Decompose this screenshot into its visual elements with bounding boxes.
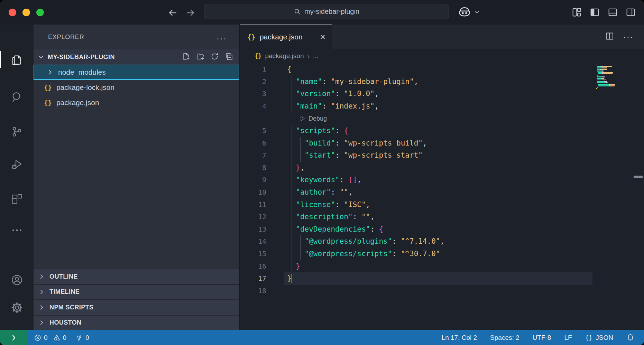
chevron-right-icon [38, 319, 45, 326]
line-number: 9 [240, 174, 266, 186]
codelens-row: Debug [240, 112, 644, 125]
new-file-icon[interactable] [182, 52, 191, 62]
tree-item-label: package-lock.json [56, 83, 114, 92]
section-label: HOUSTON [49, 319, 81, 326]
macos-close-button[interactable] [9, 9, 16, 16]
chevron-right-icon [38, 288, 45, 296]
macos-minimize-button[interactable] [22, 9, 30, 16]
macos-zoom-button[interactable] [36, 9, 44, 16]
line-number: 7 [240, 149, 266, 162]
notifications-bell-icon[interactable] [626, 333, 634, 343]
vscode-window: my-sidebar-plugin [0, 0, 644, 345]
line-number: 6 [240, 137, 266, 150]
chevron-down-icon[interactable] [473, 8, 481, 16]
navigate-forward-button[interactable] [185, 8, 196, 18]
toggle-panel-icon[interactable] [608, 7, 618, 19]
split-editor-icon[interactable] [605, 31, 614, 42]
tree-item-package-lock.json[interactable]: {}package-lock.json [34, 80, 239, 95]
line-number: 17 [240, 272, 266, 285]
extensions-icon [11, 193, 23, 205]
refresh-icon[interactable] [210, 52, 219, 62]
navigate-back-button[interactable] [167, 8, 178, 18]
overview-ruler-cursor [634, 176, 643, 178]
activity-more[interactable] [0, 221, 34, 239]
status-language[interactable]: {} JSON [585, 334, 613, 342]
new-folder-icon[interactable] [196, 52, 205, 62]
breadcrumb[interactable]: {} package.json › ... [240, 49, 644, 63]
section-npm-scripts[interactable]: NPM SCRIPTS [34, 299, 239, 315]
activity-run-debug[interactable] [0, 156, 34, 174]
code-line-7: 7"start": "wp-scripts start" [240, 149, 644, 162]
json-file-icon: {} [44, 84, 52, 91]
copilot-icon[interactable] [458, 6, 471, 19]
problems-indicator[interactable]: 0 0 [34, 334, 66, 342]
title-bar: my-sidebar-plugin [0, 0, 644, 25]
activity-settings[interactable] [0, 299, 34, 317]
line-number: 2 [240, 76, 266, 88]
status-encoding[interactable]: UTF-8 [533, 334, 551, 342]
status-indentation[interactable]: Spaces: 2 [490, 334, 519, 342]
code-line-3: 3"version": "1.0.0", [240, 88, 644, 100]
remote-icon [9, 334, 18, 342]
section-timeline[interactable]: TIMELINE [34, 284, 239, 300]
tab-bar: {} package.json × ··· [240, 25, 644, 49]
json-file-icon: {} [44, 99, 52, 106]
code-line-14: 14"@wordpress/plugins": "^7.14.0", [240, 235, 644, 248]
chevron-down-icon [37, 53, 45, 61]
code-line-5: 5"scripts": { [240, 125, 644, 137]
minimap[interactable] [596, 64, 621, 91]
toggle-primary-sidebar-icon[interactable] [590, 7, 600, 19]
error-count: 0 [44, 334, 48, 342]
files-icon [11, 53, 23, 66]
line-number: 1 [240, 63, 266, 76]
activity-search[interactable] [0, 88, 34, 106]
section-houston[interactable]: HOUSTON [34, 315, 239, 330]
codelens-debug-link[interactable]: Debug [299, 112, 327, 125]
warning-icon [53, 334, 61, 342]
code-line-10: 10"author": "", [240, 186, 644, 199]
customize-layout-icon[interactable] [572, 7, 582, 19]
activity-source-control[interactable] [0, 123, 34, 141]
search-icon [11, 91, 23, 103]
line-number: 13 [240, 223, 266, 236]
explorer-more-actions[interactable]: ··· [217, 34, 227, 43]
error-icon [34, 334, 42, 342]
breadcrumb-file[interactable]: package.json [265, 52, 304, 60]
tab-package-json[interactable]: {} package.json × [240, 25, 332, 49]
gear-icon [11, 301, 23, 314]
status-cursor-position[interactable]: Ln 17, Col 2 [442, 334, 477, 342]
status-eol[interactable]: LF [564, 334, 572, 342]
collapse-all-icon[interactable] [224, 52, 233, 62]
line-number: 18 [240, 285, 266, 297]
ports-indicator[interactable]: 0 [75, 334, 89, 342]
toggle-secondary-sidebar-icon[interactable] [626, 7, 636, 19]
line-number: 14 [240, 235, 266, 248]
line-number: 12 [240, 211, 266, 223]
chevron-right-icon: › [307, 52, 310, 60]
tree-item-package.json[interactable]: {}package.json [34, 95, 239, 110]
activity-account[interactable] [0, 271, 34, 289]
code-line-4: 4"main": "index.js", [240, 100, 644, 113]
folder-name: MY-SIDEBAR-PLUGIN [48, 54, 115, 61]
line-number: 16 [240, 260, 266, 273]
code-line-11: 11"license": "ISC", [240, 199, 644, 211]
activity-extensions[interactable] [0, 190, 34, 208]
activity-explorer[interactable] [0, 50, 34, 68]
section-label: TIMELINE [49, 288, 80, 296]
close-tab-icon[interactable]: × [320, 32, 325, 42]
editor-more-actions[interactable]: ··· [623, 32, 634, 41]
code-line-1: 1{ [240, 63, 644, 76]
tree-item-node_modules[interactable]: node_modules [34, 65, 239, 80]
code-editor[interactable]: 1{2"name": "my-sidebar-plugin",3"version… [240, 63, 644, 330]
section-outline[interactable]: OUTLINE [34, 269, 239, 284]
line-number: 8 [240, 162, 266, 174]
search-icon [294, 8, 301, 15]
file-tree: node_modules{}package-lock.json{}package… [34, 65, 239, 110]
command-center[interactable]: my-sidebar-plugin [204, 4, 449, 19]
breadcrumb-tail[interactable]: ... [313, 52, 319, 60]
chevron-right-icon [46, 68, 54, 76]
chevron-right-icon [38, 304, 45, 311]
json-braces-icon: {} [585, 334, 593, 341]
folder-section-header[interactable]: MY-SIDEBAR-PLUGIN [34, 49, 239, 65]
remote-indicator[interactable] [0, 330, 27, 345]
